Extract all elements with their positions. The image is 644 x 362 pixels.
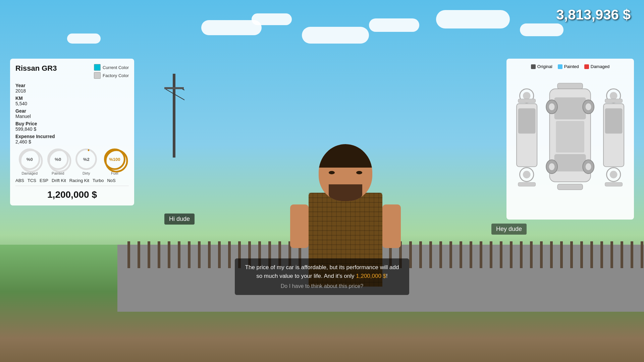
svg-point-29 <box>586 163 591 170</box>
svg-rect-21 <box>557 184 583 190</box>
extras-row: ABS TCS ESP Drift Kit Racing Kit Turbo N… <box>15 178 129 183</box>
sale-price: 1,200,000 $ <box>15 186 129 200</box>
damaged-circle: %0 <box>19 148 40 170</box>
svg-point-9 <box>523 92 531 100</box>
diagram-legend: Original Painted Damaged <box>512 64 629 69</box>
car-right-view <box>599 76 629 197</box>
painted-gauge: %0 Painted <box>47 148 69 175</box>
svg-rect-37 <box>605 182 622 186</box>
svg-rect-18 <box>554 97 586 119</box>
dialog-question: Do I have to think about this price? <box>241 282 402 290</box>
km-label: KM <box>15 96 129 101</box>
svg-rect-20 <box>554 154 586 172</box>
extra-esp: ESP <box>40 178 48 183</box>
utility-pole <box>164 74 184 158</box>
svg-rect-15 <box>518 182 536 186</box>
char-left-eye <box>329 171 335 174</box>
svg-point-27 <box>549 163 555 170</box>
legend-damaged-label: Damaged <box>591 64 609 69</box>
fuel-circle: %100 <box>104 148 125 170</box>
svg-rect-16 <box>557 83 583 89</box>
factory-color-label: Factory Color <box>103 73 129 78</box>
factory-color-row: Factory Color <box>94 72 129 79</box>
legend-painted: Painted <box>558 64 579 69</box>
dialog-response: Hey dude <box>491 224 527 235</box>
dialog-pitch-text: The price of my car is affordable, but i… <box>241 263 402 280</box>
cloud-7 <box>67 34 101 44</box>
extra-tcs: TCS <box>28 178 36 183</box>
legend-original-label: Original <box>537 64 552 69</box>
svg-point-23 <box>549 103 555 110</box>
extra-abs: ABS <box>15 178 24 183</box>
legend-painted-dot <box>558 64 562 69</box>
dirty-gauge: %2 Dirty <box>75 148 97 175</box>
cloud-5 <box>436 10 510 28</box>
money-display: 3,813,936 $ <box>556 7 631 23</box>
char-beard <box>329 184 362 201</box>
svg-point-6 <box>77 150 99 172</box>
svg-point-7 <box>106 150 127 172</box>
painted-circle: %0 <box>47 148 69 170</box>
current-color-label: Current Color <box>103 65 129 70</box>
damaged-gauge: %0 Damaged <box>19 148 40 175</box>
buy-price-label: Buy Price <box>15 121 129 126</box>
year-value: 2018 <box>15 88 129 94</box>
char-right-eye <box>356 171 362 174</box>
svg-point-4 <box>20 150 42 172</box>
gear-value: Manuel <box>15 114 129 119</box>
char-hair <box>319 144 372 168</box>
car-panel-header: Rissan GR3 Current Color Factory Color <box>15 64 129 79</box>
legend-damaged-dot <box>584 64 589 69</box>
car-diagrams <box>512 73 629 200</box>
svg-rect-0 <box>173 74 175 158</box>
legend-damaged: Damaged <box>584 64 609 69</box>
svg-rect-19 <box>556 121 585 153</box>
expense-label: Expense Incurred <box>15 134 129 139</box>
car-info-panel: Rissan GR3 Current Color Factory Color Y… <box>10 59 134 205</box>
legend-original-dot <box>531 64 536 69</box>
buy-price-value: 599,840 $ <box>15 126 129 132</box>
fuel-gauge: %100 Fuel <box>104 148 125 175</box>
svg-rect-11 <box>518 108 536 133</box>
svg-rect-1 <box>164 87 184 89</box>
dirty-circle: %2 <box>75 148 97 170</box>
dialog-pitch: The price of my car is affordable, but i… <box>235 258 409 295</box>
char-right-arm <box>382 204 401 248</box>
svg-point-13 <box>523 171 531 179</box>
svg-point-25 <box>586 103 591 110</box>
extra-driftkit: Drift Kit <box>52 178 66 183</box>
extra-turbo: Turbo <box>93 178 104 183</box>
expense-value: 2,460 $ <box>15 139 129 144</box>
npc-character <box>287 144 404 328</box>
cloud-2 <box>252 13 292 25</box>
km-value: 5,540 <box>15 101 129 106</box>
svg-rect-33 <box>605 108 622 133</box>
car-left-view <box>512 76 542 197</box>
cloud-3 <box>302 27 369 44</box>
cloud-6 <box>520 23 564 36</box>
legend-painted-label: Painted <box>564 64 579 69</box>
current-color-swatch <box>94 64 101 71</box>
svg-rect-36 <box>605 99 622 103</box>
extra-nos: NoS <box>107 178 115 183</box>
gear-label: Gear <box>15 108 129 114</box>
legend-original: Original <box>531 64 552 69</box>
car-top-view <box>542 76 598 197</box>
extra-racingkit: Racing Kit <box>69 178 89 183</box>
svg-rect-14 <box>518 99 536 103</box>
car-diagram-panel: Original Painted Damaged <box>506 59 634 220</box>
dialog-greeting: Hi dude <box>164 214 195 225</box>
svg-point-31 <box>610 92 618 100</box>
factory-color-swatch <box>94 72 101 79</box>
current-color-row: Current Color <box>94 64 129 71</box>
year-label: Year <box>15 83 129 88</box>
svg-point-35 <box>610 171 618 179</box>
svg-point-5 <box>49 150 70 172</box>
char-left-arm <box>290 204 309 248</box>
char-head <box>319 144 372 201</box>
color-indicators: Current Color Factory Color <box>94 64 129 79</box>
dialog-price-highlight: 1,200,000 $ <box>356 273 386 279</box>
cloud-4 <box>369 18 419 32</box>
condition-gauges: %0 Damaged %0 Painted %2 Dirty %100 <box>15 148 129 175</box>
car-name: Rissan GR3 <box>15 64 57 73</box>
